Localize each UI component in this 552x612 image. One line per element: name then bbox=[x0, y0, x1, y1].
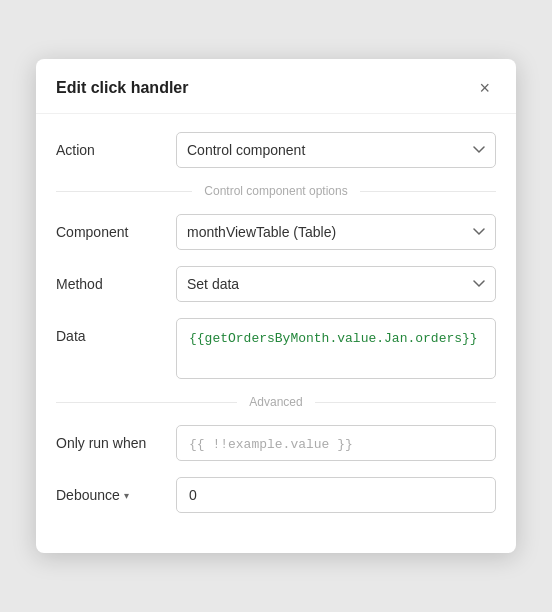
modal-overlay: Edit click handler × Action Control comp… bbox=[0, 0, 552, 612]
debounce-label: Debounce bbox=[56, 487, 120, 503]
divider-advanced-right bbox=[315, 402, 496, 403]
divider-advanced-left bbox=[56, 402, 237, 403]
method-label: Method bbox=[56, 276, 176, 292]
divider-line-left bbox=[56, 191, 192, 192]
modal-title: Edit click handler bbox=[56, 79, 188, 97]
section-options-label: Control component options bbox=[192, 184, 359, 198]
component-select[interactable]: monthViewTable (Table) bbox=[176, 214, 496, 250]
modal-body: Action Control component Control compone… bbox=[36, 114, 516, 553]
control-component-options-divider: Control component options bbox=[56, 184, 496, 198]
debounce-input[interactable] bbox=[176, 477, 496, 513]
action-select[interactable]: Control component bbox=[176, 132, 496, 168]
component-row: Component monthViewTable (Table) bbox=[56, 214, 496, 250]
advanced-divider: Advanced bbox=[56, 395, 496, 409]
debounce-label-group[interactable]: Debounce ▾ bbox=[56, 487, 176, 503]
method-row: Method Set data bbox=[56, 266, 496, 302]
debounce-row: Debounce ▾ bbox=[56, 477, 496, 513]
method-select[interactable]: Set data bbox=[176, 266, 496, 302]
only-run-when-row: Only run when bbox=[56, 425, 496, 461]
data-textarea[interactable]: {{getOrdersByMonth.value.Jan.orders}} bbox=[176, 318, 496, 379]
component-label: Component bbox=[56, 224, 176, 240]
edit-click-handler-modal: Edit click handler × Action Control comp… bbox=[36, 59, 516, 553]
data-row: Data {{getOrdersByMonth.value.Jan.orders… bbox=[56, 318, 496, 379]
debounce-chevron-icon: ▾ bbox=[124, 490, 129, 501]
action-label: Action bbox=[56, 142, 176, 158]
only-run-when-label: Only run when bbox=[56, 435, 176, 451]
only-run-when-input[interactable] bbox=[176, 425, 496, 461]
action-row: Action Control component bbox=[56, 132, 496, 168]
modal-header: Edit click handler × bbox=[36, 59, 516, 114]
close-button[interactable]: × bbox=[473, 77, 496, 99]
data-label: Data bbox=[56, 318, 176, 344]
section-advanced-label: Advanced bbox=[237, 395, 314, 409]
divider-line-right bbox=[360, 191, 496, 192]
